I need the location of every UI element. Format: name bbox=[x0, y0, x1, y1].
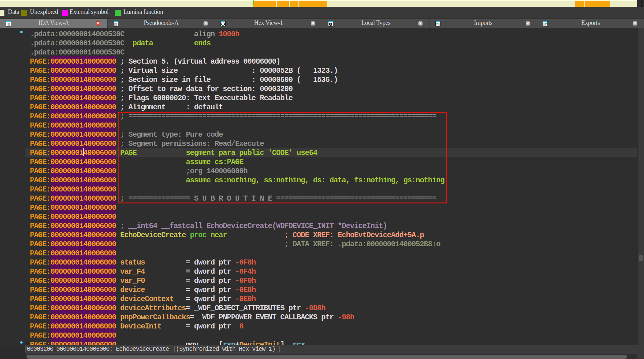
svg-text:t: t bbox=[330, 23, 331, 26]
